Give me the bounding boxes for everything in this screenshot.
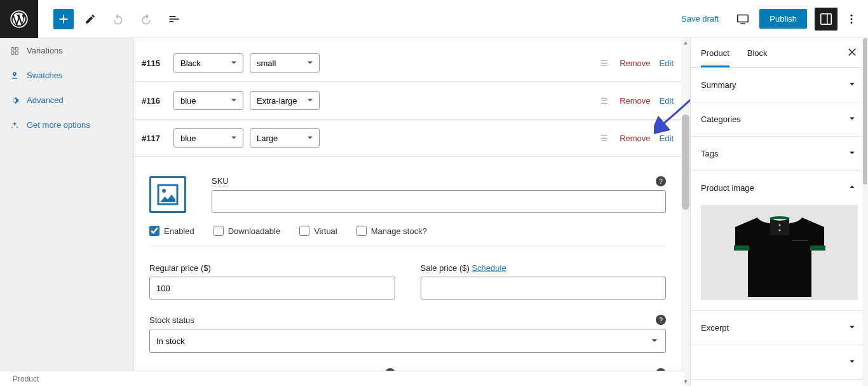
editor-area: #115 Black small ☰ Remove Edit #116 blue…: [134, 38, 690, 386]
product-image-thumbnail[interactable]: [701, 205, 858, 300]
tab-label: Get more options: [27, 120, 90, 130]
swatch-icon: [10, 71, 22, 80]
section-tags[interactable]: Tags: [691, 137, 868, 171]
chevron-down-icon: [846, 113, 858, 126]
downloadable-checkbox[interactable]: Downloadable: [214, 226, 280, 236]
svg-rect-2: [821, 13, 832, 24]
more-options-button[interactable]: [840, 8, 863, 31]
tab-label: Variations: [27, 46, 63, 55]
svg-rect-1: [738, 15, 749, 22]
regular-price-label: Regular price ($): [149, 263, 211, 273]
publish-button[interactable]: Publish: [759, 9, 807, 29]
variation-size-select[interactable]: Extra-large: [250, 91, 320, 110]
document-outline-button[interactable]: [163, 8, 186, 31]
left-product-tabs: Variations Swatches Advanced Get more op…: [0, 38, 134, 386]
right-settings-panel: Product Block Summary Categories Tags Pr…: [690, 38, 868, 386]
right-panel-scrollbar[interactable]: [862, 38, 868, 386]
svg-point-5: [851, 22, 853, 24]
section-excerpt[interactable]: Excerpt: [691, 311, 868, 345]
variation-detail-panel: SKU ? Enabled Downloadable: [134, 157, 681, 386]
breadcrumb[interactable]: Product: [13, 375, 39, 383]
svg-point-4: [851, 18, 853, 20]
section-product-image[interactable]: Product image: [691, 171, 868, 205]
help-icon[interactable]: ?: [656, 315, 666, 325]
product-image-body: [691, 205, 868, 311]
preview-button[interactable]: [731, 8, 754, 31]
section-summary[interactable]: Summary: [691, 68, 868, 102]
help-icon[interactable]: ?: [656, 176, 666, 186]
scrollbar-thumb[interactable]: [682, 114, 689, 210]
tab-variations[interactable]: Variations: [0, 38, 133, 63]
chevron-up-icon: [846, 181, 858, 195]
variation-id: #116: [142, 96, 167, 106]
tab-swatches[interactable]: Swatches: [0, 63, 133, 88]
sparkle-icon: [10, 121, 22, 130]
sku-label: SKU: [212, 176, 229, 186]
svg-point-11: [162, 189, 166, 193]
stock-status-select[interactable]: In stock: [149, 329, 666, 353]
svg-point-15: [778, 224, 780, 226]
svg-point-3: [851, 14, 853, 16]
drag-handle-icon[interactable]: ☰: [600, 96, 608, 106]
edit-variation-link[interactable]: Edit: [660, 134, 674, 143]
remove-variation-link[interactable]: Remove: [620, 96, 650, 106]
variation-size-select[interactable]: Large: [250, 128, 320, 148]
chevron-down-icon: [846, 147, 858, 160]
tab-block[interactable]: Block: [747, 39, 768, 67]
tab-advanced[interactable]: Advanced: [0, 88, 133, 113]
schedule-link[interactable]: Schedule: [471, 263, 506, 273]
remove-variation-link[interactable]: Remove: [620, 134, 650, 143]
tab-product[interactable]: Product: [701, 39, 729, 67]
tab-get-more-options[interactable]: Get more options: [0, 113, 133, 137]
gear-icon: [10, 96, 22, 105]
drag-handle-icon[interactable]: ☰: [600, 134, 608, 143]
undo-button[interactable]: [107, 8, 130, 31]
editor-footer: Product: [0, 371, 684, 386]
variation-row: #115 Black small ☰ Remove Edit: [134, 45, 681, 82]
variation-id: #115: [142, 59, 167, 68]
scroll-up-arrow[interactable]: ▲: [681, 38, 690, 47]
enabled-checkbox[interactable]: Enabled: [149, 226, 194, 236]
drag-handle-icon[interactable]: ☰: [600, 59, 608, 68]
variation-color-select[interactable]: blue: [173, 91, 243, 110]
chevron-down-icon: [846, 355, 858, 369]
variation-row: #117 blue Large ☰ Remove Edit: [134, 120, 681, 157]
variation-size-select[interactable]: small: [250, 53, 320, 72]
sku-input[interactable]: [212, 190, 666, 213]
section-categories[interactable]: Categories: [691, 102, 868, 137]
add-block-button[interactable]: [53, 9, 74, 29]
stock-status-label: Stock status: [149, 315, 194, 325]
svg-rect-6: [11, 47, 14, 50]
remove-variation-link[interactable]: Remove: [620, 59, 650, 68]
variation-color-select[interactable]: blue: [173, 128, 243, 148]
section-collapsed[interactable]: [691, 345, 868, 380]
tab-label: Advanced: [27, 95, 64, 105]
edit-variation-link[interactable]: Edit: [660, 59, 674, 68]
svg-rect-7: [15, 47, 18, 50]
sale-price-input[interactable]: [421, 277, 667, 300]
virtual-checkbox[interactable]: Virtual: [299, 226, 337, 236]
save-draft-button[interactable]: Save draft: [674, 9, 726, 29]
variation-image-placeholder[interactable]: [149, 176, 186, 213]
edit-mode-button[interactable]: [79, 8, 102, 31]
wordpress-logo[interactable]: [0, 0, 38, 38]
variation-color-select[interactable]: Black: [173, 53, 243, 72]
close-panel-button[interactable]: [846, 46, 858, 60]
regular-price-input[interactable]: [149, 277, 395, 300]
chevron-down-icon: [846, 78, 858, 92]
variation-row: #116 blue Extra-large ☰ Remove Edit: [134, 82, 681, 120]
svg-rect-9: [15, 52, 18, 54]
svg-rect-17: [792, 240, 808, 241]
center-scrollbar[interactable]: ▲ ▼: [681, 38, 690, 386]
svg-rect-14: [810, 245, 825, 251]
edit-variation-link[interactable]: Edit: [660, 96, 674, 106]
tab-label: Swatches: [27, 71, 62, 80]
svg-rect-8: [11, 52, 14, 54]
scrollbar-thumb[interactable]: [863, 38, 867, 184]
variation-id: #117: [142, 134, 167, 143]
chevron-down-icon: [846, 321, 858, 334]
settings-panel-toggle[interactable]: [815, 8, 837, 31]
redo-button[interactable]: [135, 8, 158, 31]
sale-price-label: Sale price ($): [421, 263, 470, 273]
manage-stock-checkbox[interactable]: Manage stock?: [356, 226, 427, 236]
